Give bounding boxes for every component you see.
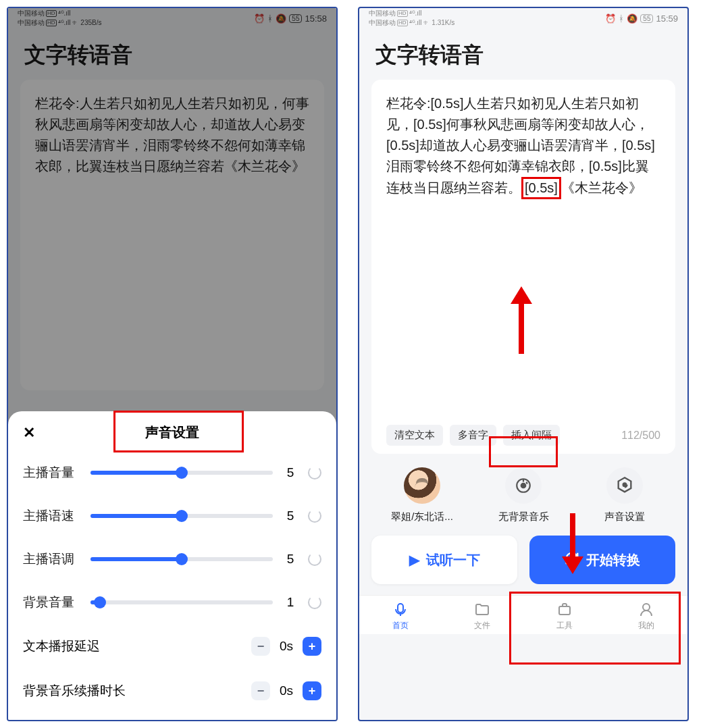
increment-button[interactable]: + (303, 637, 321, 656)
page-title: 文字转语音 (359, 28, 687, 80)
stepper-value: 0s (277, 639, 296, 654)
nav-home-icon (392, 601, 409, 619)
nav-mine[interactable]: 我的 (637, 601, 655, 631)
sheet-title: 声音设置 (145, 423, 199, 442)
convert-button[interactable]: 开始转换 (529, 536, 675, 584)
phone-left: 中国移动HD ⁴ᴳ.ıll 中国移动HD ⁴ᴳ.ıll ᯤ 235B/s ⏰ ᚼ… (7, 7, 338, 721)
decrement-button[interactable]: − (251, 681, 270, 700)
option-label: 无背景音乐 (498, 511, 549, 523)
avatar-icon (404, 467, 440, 504)
reset-icon[interactable] (308, 509, 321, 523)
music-icon (505, 467, 542, 504)
slider-row: 主播音量5 (23, 451, 321, 494)
bottom-nav: 首页文件工具我的 (359, 595, 687, 634)
sound-settings-sheet: ✕ 声音设置 主播音量5主播语速5主播语调5背景音量1 文本播报延迟−0s+背景… (8, 411, 336, 720)
insert-pause-button[interactable]: 插入间隔 (503, 425, 560, 446)
reset-icon[interactable] (308, 596, 321, 609)
stepper-row: 文本播报延迟−0s+ (23, 624, 321, 669)
bgm-option[interactable]: 无背景音乐 (483, 467, 564, 523)
voice-option[interactable]: 翠姐/东北话... (382, 467, 463, 523)
svg-point-2 (623, 484, 627, 487)
increment-button[interactable]: + (303, 681, 321, 700)
option-label: 声音设置 (604, 511, 645, 523)
reset-icon[interactable] (308, 552, 321, 566)
char-count: 112/500 (621, 430, 660, 442)
stepper-value: 0s (277, 683, 296, 698)
battery-icon: 55 (640, 14, 653, 23)
mute-icon: 🔕 (627, 14, 637, 24)
slider-thumb[interactable] (176, 553, 188, 565)
sound-settings-option[interactable]: 声音设置 (584, 467, 665, 523)
slider-thumb[interactable] (176, 467, 188, 479)
nav-mine-icon (637, 601, 655, 619)
clock-text: 15:59 (656, 14, 678, 24)
slider-thumb[interactable] (94, 596, 106, 608)
option-label: 翠姐/东北话... (391, 511, 453, 523)
nav-tools[interactable]: 工具 (556, 601, 573, 631)
slider-label: 主播语速 (23, 507, 81, 525)
polyphone-button[interactable]: 多音字 (450, 425, 496, 446)
status-bar-right: 中国移动HD ⁴ᴳ.ıll 中国移动HD ⁴ᴳ.ıll ᯤ 1.31K/s ⏰ … (359, 8, 687, 28)
stepper-label: 文本播报延迟 (23, 638, 100, 655)
slider-value: 5 (282, 509, 298, 523)
nav-tools-icon (556, 601, 573, 619)
svg-point-1 (521, 484, 526, 488)
nav-files[interactable]: 文件 (473, 601, 491, 631)
slider-label: 主播语调 (23, 550, 81, 568)
slider-label: 主播音量 (23, 464, 81, 482)
clear-text-button[interactable]: 清空文本 (386, 425, 443, 446)
slider-value: 5 (282, 465, 298, 480)
slider-track[interactable] (90, 471, 273, 475)
annotation-highlight-token: [0.5s] (521, 177, 561, 199)
nav-home[interactable]: 首页 (392, 601, 409, 631)
decrement-button[interactable]: − (251, 637, 270, 656)
slider-value: 5 (282, 552, 298, 567)
slider-track[interactable] (90, 514, 273, 518)
slider-row: 主播语调5 (23, 538, 321, 581)
svg-rect-3 (398, 604, 403, 613)
refresh-icon (565, 551, 579, 569)
svg-rect-4 (559, 606, 570, 615)
slider-row: 背景音量1 (23, 581, 321, 624)
stepper-label: 背景音乐续播时长 (23, 682, 126, 700)
slider-track[interactable] (90, 600, 273, 604)
play-icon: ▶ (409, 552, 419, 568)
text-content: 栏花令:[0.5s]人生若只如初见人生若只如初见，[0.5s]何事秋风悲画扇等闲… (386, 93, 660, 199)
preview-button[interactable]: ▶ 试听一下 (371, 536, 517, 584)
phone-right: 中国移动HD ⁴ᴳ.ıll 中国移动HD ⁴ᴳ.ıll ᯤ 1.31K/s ⏰ … (358, 7, 689, 721)
close-icon[interactable]: ✕ (23, 424, 35, 442)
slider-track[interactable] (90, 557, 273, 561)
slider-row: 主播语速5 (23, 494, 321, 538)
settings-icon (606, 467, 643, 504)
slider-value: 1 (282, 595, 298, 610)
nav-files-icon (473, 601, 491, 619)
reset-icon[interactable] (308, 466, 321, 479)
svg-point-5 (643, 604, 650, 610)
slider-thumb[interactable] (176, 510, 188, 522)
bluetooth-icon: ᚼ (619, 14, 624, 24)
text-input-card[interactable]: 栏花令:[0.5s]人生若只如初见人生若只如初见，[0.5s]何事秋风悲画扇等闲… (371, 80, 675, 454)
alarm-icon: ⏰ (605, 14, 616, 24)
stepper-row: 背景音乐续播时长−0s+ (23, 669, 321, 713)
slider-label: 背景音量 (23, 594, 81, 611)
